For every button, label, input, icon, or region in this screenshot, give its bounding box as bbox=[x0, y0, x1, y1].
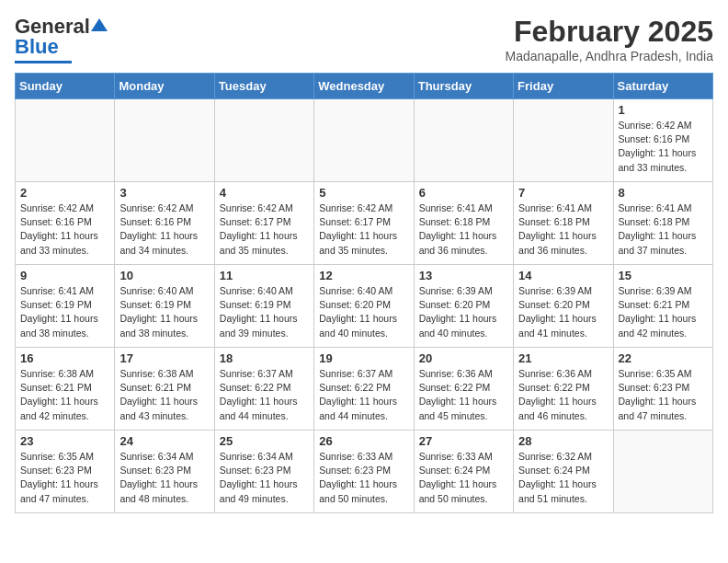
day-info: Sunrise: 6:37 AM Sunset: 6:22 PM Dayligh… bbox=[220, 367, 309, 423]
day-info: Sunrise: 6:34 AM Sunset: 6:23 PM Dayligh… bbox=[119, 450, 209, 506]
day-number: 26 bbox=[319, 434, 408, 448]
day-number: 4 bbox=[220, 186, 309, 200]
calendar-cell: 10Sunrise: 6:40 AM Sunset: 6:19 PM Dayli… bbox=[115, 265, 214, 348]
day-number: 12 bbox=[319, 269, 408, 282]
calendar-cell: 15Sunrise: 6:39 AM Sunset: 6:21 PM Dayli… bbox=[613, 265, 712, 348]
calendar-cell: 6Sunrise: 6:41 AM Sunset: 6:18 PM Daylig… bbox=[414, 182, 513, 265]
calendar-cell: 22Sunrise: 6:35 AM Sunset: 6:23 PM Dayli… bbox=[613, 348, 712, 431]
calendar-cell: 18Sunrise: 6:37 AM Sunset: 6:22 PM Dayli… bbox=[214, 348, 313, 431]
col-header-monday: Monday bbox=[115, 74, 214, 99]
day-number: 21 bbox=[518, 351, 608, 365]
calendar-cell: 21Sunrise: 6:36 AM Sunset: 6:22 PM Dayli… bbox=[514, 348, 613, 431]
day-info: Sunrise: 6:42 AM Sunset: 6:17 PM Dayligh… bbox=[319, 201, 408, 258]
day-number: 8 bbox=[619, 186, 708, 200]
day-number: 23 bbox=[20, 434, 109, 448]
day-info: Sunrise: 6:32 AM Sunset: 6:24 PM Dayligh… bbox=[518, 450, 608, 506]
calendar-cell bbox=[613, 431, 712, 513]
calendar-cell: 25Sunrise: 6:34 AM Sunset: 6:23 PM Dayli… bbox=[214, 431, 313, 513]
day-info: Sunrise: 6:33 AM Sunset: 6:24 PM Dayligh… bbox=[419, 450, 508, 506]
calendar-week-1: 1Sunrise: 6:42 AM Sunset: 6:16 PM Daylig… bbox=[16, 99, 713, 182]
day-number: 1 bbox=[619, 103, 708, 117]
col-header-friday: Friday bbox=[514, 74, 613, 99]
month-title: February 2025 bbox=[506, 15, 714, 49]
calendar-cell: 14Sunrise: 6:39 AM Sunset: 6:20 PM Dayli… bbox=[514, 265, 613, 348]
day-number: 7 bbox=[518, 186, 608, 200]
day-number: 16 bbox=[20, 351, 109, 365]
calendar-cell: 7Sunrise: 6:41 AM Sunset: 6:18 PM Daylig… bbox=[514, 182, 613, 265]
day-number: 27 bbox=[419, 434, 508, 448]
day-number: 17 bbox=[119, 351, 209, 365]
day-info: Sunrise: 6:35 AM Sunset: 6:23 PM Dayligh… bbox=[619, 367, 708, 423]
day-number: 19 bbox=[319, 351, 408, 365]
calendar-cell: 12Sunrise: 6:40 AM Sunset: 6:20 PM Dayli… bbox=[314, 265, 414, 348]
calendar-cell: 3Sunrise: 6:42 AM Sunset: 6:16 PM Daylig… bbox=[115, 182, 214, 265]
calendar-cell: 8Sunrise: 6:41 AM Sunset: 6:18 PM Daylig… bbox=[613, 182, 712, 265]
day-info: Sunrise: 6:36 AM Sunset: 6:22 PM Dayligh… bbox=[419, 367, 508, 423]
location-subtitle: Madanapalle, Andhra Pradesh, India bbox=[506, 49, 714, 63]
logo-blue: Blue bbox=[15, 35, 59, 59]
col-header-saturday: Saturday bbox=[613, 74, 712, 99]
day-number: 6 bbox=[419, 186, 508, 200]
svg-marker-0 bbox=[91, 18, 108, 31]
calendar-cell: 4Sunrise: 6:42 AM Sunset: 6:17 PM Daylig… bbox=[214, 182, 313, 265]
day-info: Sunrise: 6:34 AM Sunset: 6:23 PM Dayligh… bbox=[220, 450, 309, 506]
calendar-cell: 28Sunrise: 6:32 AM Sunset: 6:24 PM Dayli… bbox=[514, 431, 613, 513]
day-number: 13 bbox=[419, 269, 508, 282]
calendar-cell bbox=[214, 99, 313, 182]
day-info: Sunrise: 6:39 AM Sunset: 6:20 PM Dayligh… bbox=[518, 284, 608, 340]
day-info: Sunrise: 6:38 AM Sunset: 6:21 PM Dayligh… bbox=[20, 367, 109, 423]
day-number: 3 bbox=[119, 186, 209, 200]
day-info: Sunrise: 6:41 AM Sunset: 6:18 PM Dayligh… bbox=[419, 201, 508, 258]
title-block: February 2025 Madanapalle, Andhra Prades… bbox=[506, 15, 714, 63]
logo-icon bbox=[91, 17, 108, 33]
day-number: 10 bbox=[119, 269, 209, 282]
day-info: Sunrise: 6:40 AM Sunset: 6:20 PM Dayligh… bbox=[319, 284, 408, 340]
day-number: 28 bbox=[518, 434, 608, 448]
page-header: General Blue February 2025 Madanapalle, … bbox=[15, 15, 713, 63]
calendar-week-3: 9Sunrise: 6:41 AM Sunset: 6:19 PM Daylig… bbox=[16, 265, 713, 348]
day-info: Sunrise: 6:37 AM Sunset: 6:22 PM Dayligh… bbox=[319, 367, 408, 423]
calendar-cell: 1Sunrise: 6:42 AM Sunset: 6:16 PM Daylig… bbox=[613, 99, 712, 182]
day-number: 20 bbox=[419, 351, 508, 365]
logo: General Blue bbox=[15, 15, 108, 63]
calendar-cell: 24Sunrise: 6:34 AM Sunset: 6:23 PM Dayli… bbox=[115, 431, 214, 513]
day-info: Sunrise: 6:41 AM Sunset: 6:19 PM Dayligh… bbox=[20, 284, 109, 340]
day-info: Sunrise: 6:42 AM Sunset: 6:17 PM Dayligh… bbox=[220, 201, 309, 258]
day-number: 25 bbox=[220, 434, 309, 448]
logo-underline bbox=[15, 61, 72, 63]
calendar-header-row: SundayMondayTuesdayWednesdayThursdayFrid… bbox=[16, 74, 713, 99]
day-info: Sunrise: 6:38 AM Sunset: 6:21 PM Dayligh… bbox=[119, 367, 209, 423]
calendar-week-5: 23Sunrise: 6:35 AM Sunset: 6:23 PM Dayli… bbox=[16, 431, 713, 513]
day-info: Sunrise: 6:33 AM Sunset: 6:23 PM Dayligh… bbox=[319, 450, 408, 506]
day-number: 18 bbox=[220, 351, 309, 365]
day-number: 11 bbox=[220, 269, 309, 282]
day-info: Sunrise: 6:42 AM Sunset: 6:16 PM Dayligh… bbox=[20, 201, 109, 258]
day-number: 22 bbox=[619, 351, 708, 365]
calendar-cell: 11Sunrise: 6:40 AM Sunset: 6:19 PM Dayli… bbox=[214, 265, 313, 348]
col-header-wednesday: Wednesday bbox=[314, 74, 414, 99]
day-info: Sunrise: 6:35 AM Sunset: 6:23 PM Dayligh… bbox=[20, 450, 109, 506]
day-info: Sunrise: 6:42 AM Sunset: 6:16 PM Dayligh… bbox=[119, 201, 209, 258]
calendar-cell: 20Sunrise: 6:36 AM Sunset: 6:22 PM Dayli… bbox=[414, 348, 513, 431]
calendar-table: SundayMondayTuesdayWednesdayThursdayFrid… bbox=[15, 73, 713, 513]
day-info: Sunrise: 6:41 AM Sunset: 6:18 PM Dayligh… bbox=[619, 201, 708, 258]
day-number: 5 bbox=[319, 186, 408, 200]
calendar-cell: 5Sunrise: 6:42 AM Sunset: 6:17 PM Daylig… bbox=[314, 182, 414, 265]
col-header-tuesday: Tuesday bbox=[214, 74, 313, 99]
day-number: 2 bbox=[20, 186, 109, 200]
day-number: 9 bbox=[20, 269, 109, 282]
col-header-thursday: Thursday bbox=[414, 74, 513, 99]
day-number: 15 bbox=[619, 269, 708, 282]
calendar-cell: 9Sunrise: 6:41 AM Sunset: 6:19 PM Daylig… bbox=[16, 265, 115, 348]
calendar-cell bbox=[115, 99, 214, 182]
day-info: Sunrise: 6:39 AM Sunset: 6:21 PM Dayligh… bbox=[619, 284, 708, 340]
calendar-cell: 19Sunrise: 6:37 AM Sunset: 6:22 PM Dayli… bbox=[314, 348, 414, 431]
calendar-cell: 26Sunrise: 6:33 AM Sunset: 6:23 PM Dayli… bbox=[314, 431, 414, 513]
calendar-cell: 13Sunrise: 6:39 AM Sunset: 6:20 PM Dayli… bbox=[414, 265, 513, 348]
calendar-cell: 16Sunrise: 6:38 AM Sunset: 6:21 PM Dayli… bbox=[16, 348, 115, 431]
calendar-cell bbox=[414, 99, 513, 182]
day-info: Sunrise: 6:39 AM Sunset: 6:20 PM Dayligh… bbox=[419, 284, 508, 340]
calendar-week-4: 16Sunrise: 6:38 AM Sunset: 6:21 PM Dayli… bbox=[16, 348, 713, 431]
calendar-cell bbox=[16, 99, 115, 182]
calendar-cell: 17Sunrise: 6:38 AM Sunset: 6:21 PM Dayli… bbox=[115, 348, 214, 431]
